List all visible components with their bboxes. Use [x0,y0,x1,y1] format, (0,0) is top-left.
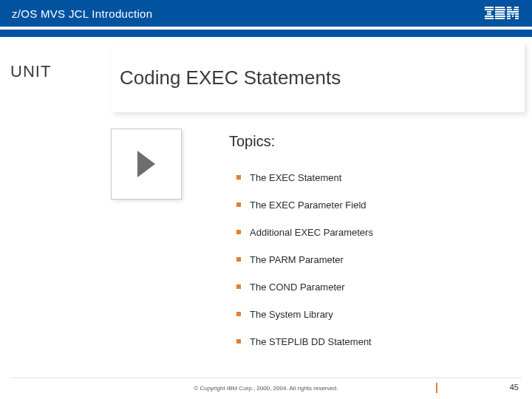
svg-rect-20 [507,16,511,17]
topics-heading: Topics: [229,133,275,150]
svg-rect-1 [485,9,494,10]
svg-rect-14 [507,9,512,10]
svg-rect-6 [495,7,505,8]
svg-rect-12 [507,7,511,8]
copyright-text: © Copyright IBM Corp., 2000, 2004. All r… [0,385,532,392]
play-icon [137,151,155,177]
svg-rect-4 [485,16,494,17]
svg-rect-10 [495,16,505,17]
slide: z/OS MVS JCL Introduction [0,0,532,399]
page-title: Coding EXEC Statements [120,66,341,89]
svg-rect-11 [495,18,505,19]
unit-label-text: UNIT [10,62,51,81]
ibm-logo [485,7,519,20]
svg-rect-17 [507,13,511,15]
list-item: Additional EXEC Parameters [236,219,510,246]
svg-rect-5 [485,18,494,19]
svg-rect-16 [507,11,519,13]
svg-rect-7 [495,9,505,10]
svg-rect-0 [485,7,494,8]
svg-rect-21 [512,16,514,17]
svg-rect-13 [514,7,519,8]
header-bar: z/OS MVS JCL Introduction [0,0,532,28]
list-item: The STEPLIB DD Statement [236,328,510,355]
subheader-strip [0,30,532,37]
svg-rect-15 [514,9,519,10]
page-number: 45 [510,383,519,392]
list-item: The System Library [236,301,510,328]
svg-rect-8 [495,11,505,13]
footer-divider [10,378,522,378]
title-box: Coding EXEC Statements [111,43,525,112]
svg-rect-23 [507,18,511,19]
header-title: z/OS MVS JCL Introduction [12,7,152,20]
svg-rect-3 [487,13,491,15]
ibm-logo-icon [485,7,519,20]
footer-accent [436,383,437,393]
play-box [111,129,182,200]
list-item: The PARM Parameter [236,246,510,273]
svg-rect-19 [515,13,519,15]
topics-list: The EXEC Statement The EXEC Parameter Fi… [236,164,510,355]
svg-rect-24 [515,18,519,19]
svg-rect-2 [487,11,491,13]
list-item: The EXEC Parameter Field [236,191,510,219]
svg-rect-9 [495,13,505,15]
svg-rect-22 [515,16,519,17]
list-item: The COND Parameter [236,273,510,301]
svg-rect-18 [511,13,514,15]
list-item: The EXEC Statement [236,164,510,191]
unit-label-box: UNIT [0,43,111,112]
